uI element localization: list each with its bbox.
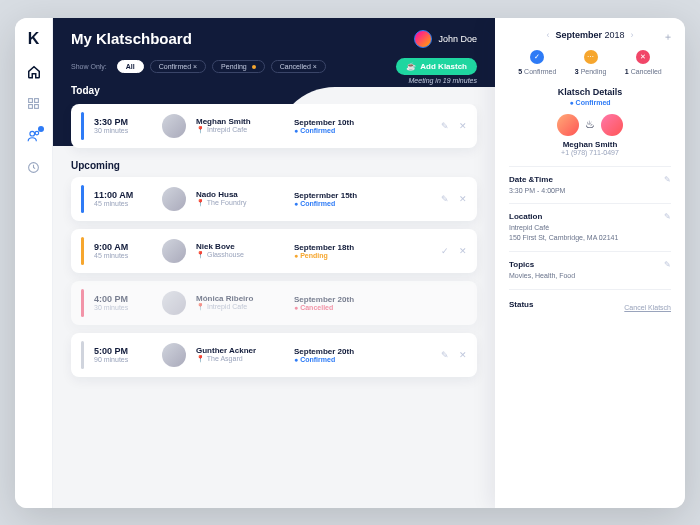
- stat-badge: ⋯: [584, 50, 598, 64]
- card-actions: ✎✕: [441, 194, 467, 204]
- card-date: September 20th● Cancelled: [294, 295, 376, 311]
- status-bar: [81, 237, 84, 265]
- edit-icon[interactable]: ✎: [441, 350, 449, 360]
- detail-row: Date &Time3:30 PM - 4:00PM ✎: [509, 166, 671, 204]
- attendee-phone: +1 (978) 711-0497: [509, 149, 671, 156]
- meeting-countdown: Meeting in 19 minutes: [409, 77, 477, 84]
- detail-rows: Date &Time3:30 PM - 4:00PM ✎ LocationInt…: [509, 166, 671, 289]
- svg-point-4: [29, 131, 34, 136]
- detail-row: LocationIntrepid Café150 First St, Cambr…: [509, 203, 671, 251]
- klatsch-card[interactable]: 9:00 AM45 minutes Niek Bove📍 Glasshouse …: [71, 229, 477, 273]
- edit-icon[interactable]: ✎: [664, 260, 671, 269]
- upcoming-list: 11:00 AM45 minutes Nado Husa📍 The Foundr…: [71, 177, 477, 377]
- klatsch-card[interactable]: 11:00 AM45 minutes Nado Husa📍 The Foundr…: [71, 177, 477, 221]
- edit-icon[interactable]: ✎: [441, 194, 449, 204]
- card-time: 3:30 PM30 minutes: [94, 117, 152, 134]
- coffee-icon: ☕: [406, 62, 416, 71]
- app-window: K My Klatschboard John Doe Show Only: Al…: [15, 18, 685, 508]
- stat-item: ✕ 1 Cancelled: [625, 50, 662, 75]
- svg-rect-1: [35, 99, 39, 103]
- klatsch-card[interactable]: 4:00 PM30 minutes Mónica Ribeiro📍 Intrep…: [71, 281, 477, 325]
- edit-icon[interactable]: ✎: [441, 121, 449, 131]
- status-bar: [81, 289, 84, 317]
- details-panel: ＋ ‹ September 2018 › ✓ 5 Confirmed ⋯ 3 P…: [495, 18, 685, 508]
- status-bar: [81, 185, 84, 213]
- close-icon[interactable]: ✕: [459, 246, 467, 256]
- avatar: [162, 343, 186, 367]
- avatar: [162, 114, 186, 138]
- avatar: [162, 291, 186, 315]
- today-list: 3:30 PM30 minutes Meghan Smith📍 Intrepid…: [71, 104, 477, 148]
- page-title: My Klatschboard: [71, 30, 192, 47]
- svg-rect-2: [29, 105, 33, 109]
- today-heading: Today: [71, 85, 477, 96]
- add-klatsch-button[interactable]: ☕Add Klastch: [396, 58, 477, 75]
- filter-all[interactable]: All: [117, 60, 144, 73]
- card-time: 4:00 PM30 minutes: [94, 294, 152, 311]
- avatar: [557, 114, 579, 136]
- check-icon[interactable]: ✓: [441, 246, 449, 256]
- card-date: September 10th● Confirmed: [294, 118, 376, 134]
- svg-point-5: [35, 131, 39, 135]
- users-icon[interactable]: [26, 128, 42, 144]
- close-icon[interactable]: ✕: [459, 194, 467, 204]
- status-bar: [81, 341, 84, 369]
- logo: K: [28, 30, 40, 48]
- filter-pending[interactable]: Pending: [212, 60, 265, 73]
- stat-badge: ✓: [530, 50, 544, 64]
- calendar-nav: ‹ September 2018 ›: [509, 30, 671, 40]
- card-date: September 20th● Confirmed: [294, 347, 376, 363]
- status-label: Status: [509, 300, 533, 309]
- filter-cancelled[interactable]: Cancelled ×: [271, 60, 326, 73]
- user-menu[interactable]: John Doe: [414, 30, 477, 48]
- cancel-klatsch-link[interactable]: Cancel Klatsch: [624, 298, 671, 311]
- card-person: Niek Bove📍 Glasshouse: [196, 242, 284, 259]
- card-person: Nado Husa📍 The Foundry: [196, 190, 284, 207]
- card-person: Gunther Ackner📍 The Asgard: [196, 346, 284, 363]
- home-icon[interactable]: [26, 64, 42, 80]
- attendee-name: Meghan Smith: [509, 140, 671, 149]
- main-column: My Klatschboard John Doe Show Only: All …: [53, 18, 495, 508]
- edit-icon[interactable]: ✎: [664, 175, 671, 184]
- status-bar: [81, 112, 84, 140]
- card-date: September 18th● Pending: [294, 243, 376, 259]
- edit-icon[interactable]: ✎: [664, 212, 671, 221]
- stat-item: ⋯ 3 Pending: [575, 50, 607, 75]
- close-icon[interactable]: ✕: [459, 350, 467, 360]
- card-actions: ✓✕: [441, 246, 467, 256]
- card-date: Septermber 15th● Confirmed: [294, 191, 376, 207]
- stat-badge: ✕: [636, 50, 650, 64]
- details-title: Klatsch Details: [509, 87, 671, 97]
- month-stats: ✓ 5 Confirmed ⋯ 3 Pending ✕ 1 Cancelled: [509, 50, 671, 75]
- svg-rect-0: [29, 99, 33, 103]
- card-time: 9:00 AM45 minutes: [94, 242, 152, 259]
- filter-bar: Show Only: All Confirmed × Pending Cance…: [71, 58, 477, 75]
- details-status: ● Confirmed: [509, 99, 671, 106]
- avatar: [601, 114, 623, 136]
- card-person: Meghan Smith📍 Intrepid Cafe: [196, 117, 284, 134]
- card-time: 11:00 AM45 minutes: [94, 190, 152, 207]
- klatsch-card[interactable]: 3:30 PM30 minutes Meghan Smith📍 Intrepid…: [71, 104, 477, 148]
- avatar: [162, 239, 186, 263]
- grid-icon[interactable]: [26, 96, 42, 112]
- nav-rail: K: [15, 18, 53, 508]
- card-actions: ✎✕: [441, 121, 467, 131]
- content-scroll[interactable]: 3:30 PM30 minutes Meghan Smith📍 Intrepid…: [53, 104, 495, 508]
- coffee-icon: ♨: [585, 118, 595, 131]
- card-person: Mónica Ribeiro📍 Intrepid Cafe: [196, 294, 284, 311]
- filter-confirmed[interactable]: Confirmed ×: [150, 60, 206, 73]
- clock-icon[interactable]: [26, 160, 42, 176]
- user-name: John Doe: [438, 34, 477, 44]
- prev-month-icon[interactable]: ‹: [546, 30, 549, 40]
- avatar: [414, 30, 432, 48]
- close-icon[interactable]: ✕: [459, 121, 467, 131]
- next-month-icon[interactable]: ›: [631, 30, 634, 40]
- detail-row: TopicsMovies, Health, Food ✎: [509, 251, 671, 289]
- add-icon[interactable]: ＋: [663, 30, 673, 44]
- stat-item: ✓ 5 Confirmed: [518, 50, 556, 75]
- klatsch-card[interactable]: 5:00 PM90 minutes Gunther Ackner📍 The As…: [71, 333, 477, 377]
- filter-label: Show Only:: [71, 63, 107, 70]
- avatar: [162, 187, 186, 211]
- card-actions: ✎✕: [441, 350, 467, 360]
- svg-rect-3: [35, 105, 39, 109]
